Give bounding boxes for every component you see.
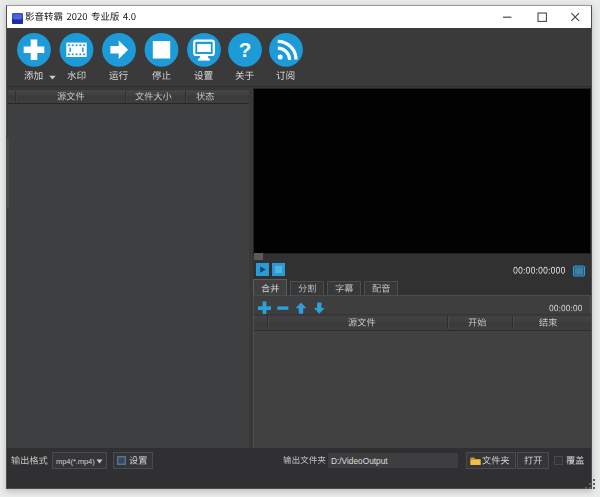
svg-text:?: ? bbox=[239, 38, 252, 61]
